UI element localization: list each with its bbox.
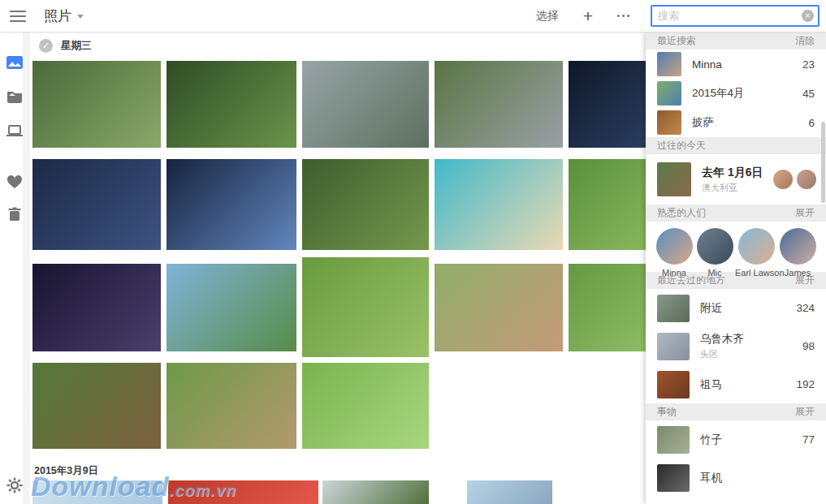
on-this-day-row[interactable]: 去年 1月6日澳大利亚 xyxy=(646,154,826,205)
person-earl-lawson[interactable]: Earl Lawson xyxy=(735,228,777,272)
row-title: 竹子 xyxy=(700,433,802,447)
result-count: 98 xyxy=(802,340,815,352)
section-title: 熟悉的人们 xyxy=(657,206,706,220)
section-header-recent-searches: 最近搜索清除 xyxy=(646,32,826,50)
search-label: 2015年4月 xyxy=(692,86,802,101)
avatar xyxy=(697,228,733,265)
place-row[interactable]: 祖马192 xyxy=(646,365,826,403)
recent-search-row[interactable]: 2015年4月45 xyxy=(646,79,826,108)
section-action-button[interactable]: 清除 xyxy=(795,34,815,48)
place-thumbnail xyxy=(657,333,690,360)
more-options-icon[interactable] xyxy=(617,8,629,24)
thing-row[interactable]: 耳机 xyxy=(646,459,826,497)
thing-row[interactable]: 竹子77 xyxy=(646,420,826,459)
photo-thumbnail-group-selfie-from-below[interactable] xyxy=(435,264,563,351)
result-count: 6 xyxy=(808,117,815,129)
photo-thumbnail-mountain-hiker-red-jacket[interactable] xyxy=(302,61,429,148)
photo-thumbnail-man-checking-phone[interactable] xyxy=(435,61,563,148)
menu-hamburger-icon[interactable] xyxy=(10,11,26,22)
photo-thumbnail-kids-on-log-bridge[interactable] xyxy=(32,363,161,449)
add-button[interactable]: + xyxy=(583,8,593,24)
section-title: 过往的今天 xyxy=(657,139,706,153)
memory-title: 去年 1月6日 xyxy=(702,166,773,180)
photo-thumbnail-family-hikers-portrait[interactable] xyxy=(32,61,161,148)
people-row: MinnaMicEarl LawsonJames xyxy=(646,222,826,272)
face-avatar[interactable] xyxy=(797,170,816,189)
search-input[interactable] xyxy=(658,10,802,22)
row-title: 祖马 xyxy=(700,377,796,392)
person-minna[interactable]: Minna xyxy=(654,228,694,272)
section-title: 事物 xyxy=(657,405,677,419)
date-group-header: 2015年3月9日 xyxy=(34,464,98,478)
result-count: 23 xyxy=(802,58,815,71)
place-thumbnail xyxy=(657,464,690,492)
chevron-down-icon xyxy=(77,15,84,19)
photo-thumbnail-beach-family-walk[interactable] xyxy=(435,159,563,250)
trash-icon[interactable] xyxy=(6,205,24,223)
section-header-on-this-day: 过往的今天 xyxy=(646,137,826,154)
photo-thumbnail-trail-hiker-climbing[interactable] xyxy=(302,159,429,250)
search-suggestions-panel: 最近搜索清除Minna232015年4月45披萨6过往的今天去年 1月6日澳大利… xyxy=(646,32,826,504)
device-icon[interactable] xyxy=(6,122,24,140)
search-label: Minna xyxy=(692,58,802,71)
person-james[interactable]: James xyxy=(777,228,818,272)
search-label: 披萨 xyxy=(692,115,808,130)
photos-icon[interactable] xyxy=(6,54,24,71)
memory-thumbnail xyxy=(657,162,691,196)
place-thumbnail xyxy=(657,426,690,454)
photo-thumbnail-night-statue-procession[interactable] xyxy=(32,264,161,351)
photo-thumbnail-tree-and-sky-partial[interactable] xyxy=(322,480,429,504)
person-name: Earl Lawson xyxy=(735,268,777,278)
favorites-heart-icon[interactable] xyxy=(6,173,24,191)
place-row[interactable]: 附近324 xyxy=(646,289,826,327)
result-count: 45 xyxy=(802,88,815,100)
section-action-button[interactable]: 展开 xyxy=(795,274,815,287)
photo-thumbnail-red-lantern-street-partial[interactable] xyxy=(168,480,318,504)
photo-thumbnail-sack-race-kids[interactable] xyxy=(166,363,296,449)
section-header-things: 事物展开 xyxy=(646,403,826,420)
date-group-label: 星期三 xyxy=(61,39,92,53)
photo-thumbnail-family-picnic-drinking[interactable] xyxy=(166,264,296,351)
row-title: 耳机 xyxy=(700,471,815,485)
row-subtitle: 头区 xyxy=(700,348,802,360)
row-title: 乌鲁木齐 xyxy=(700,332,802,347)
photo-thumbnail-blue-hooded-procession[interactable] xyxy=(166,159,296,250)
section-title: 最近搜索 xyxy=(657,34,696,48)
photo-thumbnail-castle-parade-partial[interactable] xyxy=(467,480,552,504)
result-count: 324 xyxy=(796,302,815,314)
panel-scrollbar-thumb[interactable] xyxy=(821,122,825,203)
app-title-dropdown[interactable]: 照片 xyxy=(44,6,84,25)
page-title: 照片 xyxy=(44,6,71,25)
settings-gear-icon[interactable] xyxy=(6,476,24,494)
albums-icon[interactable] xyxy=(6,88,24,106)
face-avatar[interactable] xyxy=(773,170,793,189)
memory-location: 澳大利亚 xyxy=(702,182,773,194)
select-group-check-icon[interactable]: ✓ xyxy=(39,39,53,53)
row-title: 附近 xyxy=(700,301,796,316)
recent-search-row[interactable]: 披萨6 xyxy=(646,108,826,137)
result-count: 192 xyxy=(796,378,815,390)
date-group-label: 2015年3月9日 xyxy=(34,464,98,478)
photo-thumbnail-festival-sky-partial[interactable] xyxy=(32,480,162,504)
person-mic[interactable]: Mic xyxy=(694,228,735,272)
photo-thumbnail-blue-band-parade[interactable] xyxy=(32,159,161,250)
photo-thumbnail-road-runners[interactable] xyxy=(302,257,429,357)
search-thumbnail xyxy=(657,52,681,76)
avatar xyxy=(780,228,816,265)
clear-search-icon[interactable]: × xyxy=(802,10,814,22)
left-nav-rail xyxy=(0,32,29,504)
section-action-button[interactable]: 展开 xyxy=(795,206,815,220)
photo-thumbnail-man-in-forest[interactable] xyxy=(166,61,296,148)
top-app-bar: 照片 选择 + × xyxy=(0,0,826,32)
search-box[interactable]: × xyxy=(651,5,820,27)
content-scrollbar-track[interactable] xyxy=(23,32,28,504)
avatar xyxy=(656,228,693,265)
recent-search-row[interactable]: Minna23 xyxy=(646,50,826,79)
section-title: 最近去过的地方 xyxy=(657,274,725,287)
section-action-button[interactable]: 展开 xyxy=(795,405,815,419)
place-row[interactable]: 乌鲁木齐头区98 xyxy=(646,327,826,365)
avatar xyxy=(738,228,775,265)
place-thumbnail xyxy=(657,371,690,398)
photo-thumbnail-tug-of-war-kids[interactable] xyxy=(302,363,429,449)
select-button[interactable]: 选择 xyxy=(536,9,559,24)
